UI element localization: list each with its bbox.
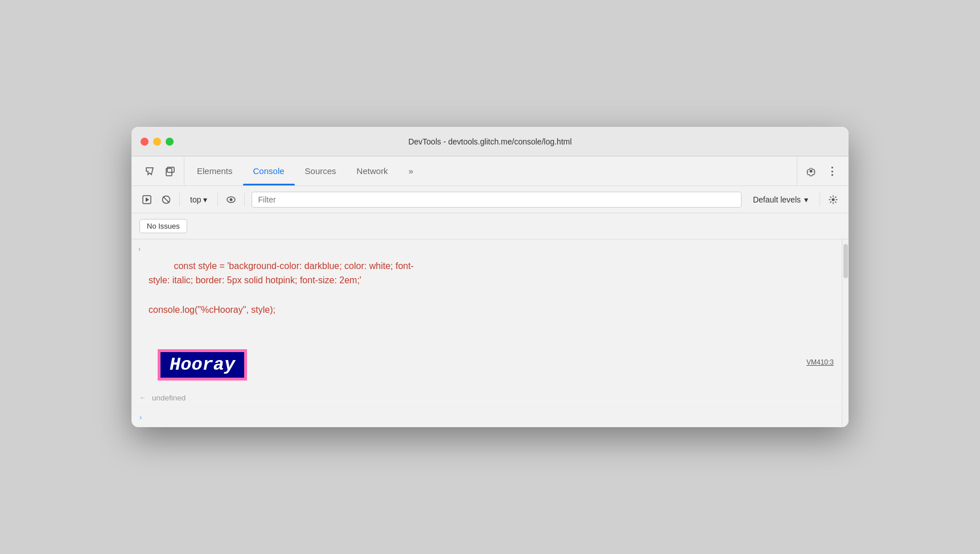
close-button[interactable] <box>141 138 149 146</box>
svg-point-8 <box>832 198 835 201</box>
tab-bar-icons <box>136 156 184 185</box>
issues-bar: No Issues <box>131 213 849 239</box>
prompt-arrow-icon: › <box>139 413 142 421</box>
minimize-button[interactable] <box>153 138 161 146</box>
settings-gear-icon[interactable] <box>802 162 820 180</box>
tab-bar-right: ⋮ <box>797 156 844 185</box>
console-settings-button[interactable] <box>825 191 842 208</box>
separator-2 <box>217 193 218 206</box>
console-entry-hooray: Hooray VM410:3 <box>131 337 842 389</box>
maximize-button[interactable] <box>166 138 174 146</box>
more-options-button[interactable]: ⋮ <box>825 165 839 177</box>
console-output: › const style = 'background-color: darkb… <box>131 239 842 427</box>
clear-console-button[interactable] <box>158 191 175 208</box>
title-bar: DevTools - devtools.glitch.me/console/lo… <box>131 127 849 156</box>
default-levels-button[interactable]: Default levels ▾ <box>746 193 815 206</box>
tab-sources[interactable]: Sources <box>295 156 347 185</box>
console-entry-code: › const style = 'background-color: darkb… <box>131 239 842 337</box>
chevron-down-icon: ▾ <box>203 195 207 204</box>
console-prompt-entry: › <box>131 407 842 427</box>
hooray-output: Hooray <box>158 349 247 381</box>
console-entry-undefined: ← undefined <box>131 389 842 407</box>
window-title: DevTools - devtools.glitch.me/console/lo… <box>408 137 571 146</box>
vm-link[interactable]: VM410:3 <box>806 358 834 366</box>
traffic-lights <box>141 138 174 146</box>
inspect-icon-button[interactable] <box>141 162 159 180</box>
entry-expand-arrow[interactable]: › <box>138 245 141 253</box>
tab-console[interactable]: Console <box>243 156 295 185</box>
scrollbar[interactable] <box>842 239 849 427</box>
code-line-1: const style = 'background-color: darkblu… <box>149 261 414 315</box>
svg-line-5 <box>163 196 170 202</box>
hooray-styled-text: Hooray <box>158 349 247 381</box>
undefined-value: undefined <box>152 394 186 402</box>
run-snippet-button[interactable] <box>138 191 155 208</box>
tab-network[interactable]: Network <box>347 156 398 185</box>
separator-1 <box>179 193 180 206</box>
console-scroll-area: › const style = 'background-color: darkb… <box>131 239 849 427</box>
separator-4 <box>820 193 820 206</box>
tab-more[interactable]: » <box>398 156 423 185</box>
context-selector[interactable]: top ▾ <box>184 193 213 206</box>
svg-point-7 <box>230 198 233 201</box>
eye-button[interactable] <box>223 191 240 208</box>
scrollbar-thumb[interactable] <box>843 244 848 278</box>
filter-input[interactable] <box>252 192 741 208</box>
device-toggle-button[interactable] <box>161 162 179 180</box>
tab-bar: Elements Console Sources Network » ⋮ <box>131 156 849 186</box>
console-toolbar: top ▾ Default levels ▾ <box>131 186 849 213</box>
code-block: const style = 'background-color: darkblu… <box>149 244 834 332</box>
separator-3 <box>244 193 245 206</box>
devtools-window: DevTools - devtools.glitch.me/console/lo… <box>131 127 849 427</box>
tab-elements[interactable]: Elements <box>187 156 243 185</box>
no-issues-badge[interactable]: No Issues <box>139 219 187 233</box>
chevron-down-icon-levels: ▾ <box>804 195 808 204</box>
return-value-arrow: ← <box>139 394 146 402</box>
svg-marker-3 <box>146 197 149 202</box>
